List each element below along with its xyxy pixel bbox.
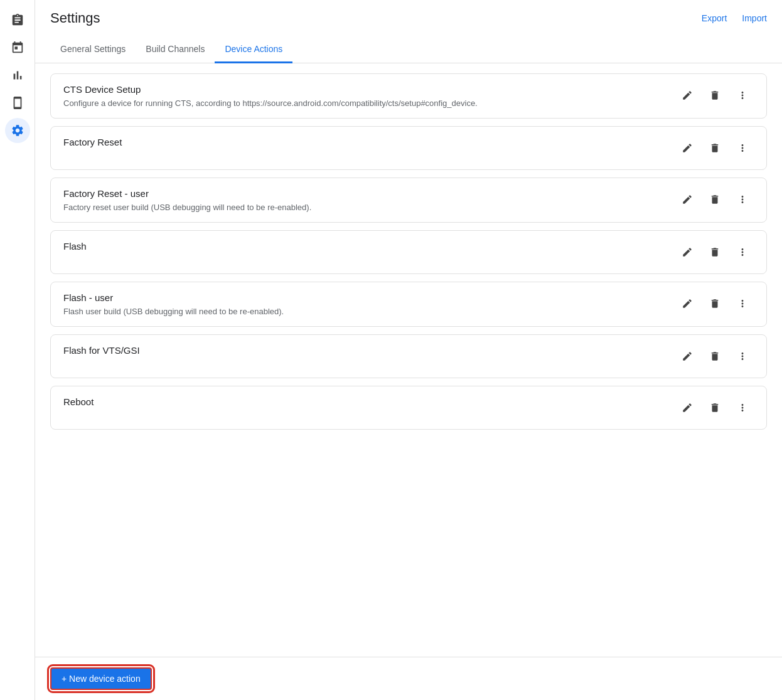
action-card-content: Flash for VTS/GSI (63, 345, 666, 359)
action-buttons (676, 84, 754, 107)
delete-button[interactable] (704, 292, 726, 315)
action-buttons (676, 241, 754, 263)
action-card-reboot: Reboot (50, 386, 767, 430)
action-buttons (676, 345, 754, 368)
delete-button[interactable] (704, 188, 726, 211)
action-title: Flash (63, 241, 666, 252)
more-button[interactable] (731, 241, 754, 263)
sidebar-item-calendar[interactable] (5, 35, 30, 60)
action-title: Reboot (63, 396, 666, 407)
sidebar-item-chart[interactable] (5, 63, 30, 88)
more-button[interactable] (731, 345, 754, 368)
edit-button[interactable] (676, 396, 699, 419)
edit-button[interactable] (676, 188, 699, 211)
action-title: CTS Device Setup (63, 84, 666, 95)
page-header: Settings Export Import (35, 0, 782, 26)
action-card-content: Reboot (63, 396, 666, 411)
edit-button[interactable] (676, 345, 699, 368)
action-card-factory-reset: Factory Reset (50, 126, 767, 170)
tab-general-settings[interactable]: General Settings (50, 36, 136, 63)
tab-build-channels[interactable]: Build Channels (136, 36, 215, 63)
action-description: Flash user build (USB debugging will nee… (63, 307, 666, 316)
delete-button[interactable] (704, 396, 726, 419)
content-area: CTS Device Setup Configure a device for … (35, 63, 782, 657)
import-link[interactable]: Import (742, 13, 767, 23)
action-card-flash-user: Flash - user Flash user build (USB debug… (50, 282, 767, 327)
tab-device-actions[interactable]: Device Actions (215, 36, 292, 63)
action-card-flash: Flash (50, 230, 767, 274)
action-title: Flash for VTS/GSI (63, 345, 666, 356)
action-card-flash-vts-gsi: Flash for VTS/GSI (50, 334, 767, 378)
more-button[interactable] (731, 84, 754, 107)
edit-button[interactable] (676, 84, 699, 107)
action-title: Flash - user (63, 292, 666, 303)
more-button[interactable] (731, 137, 754, 159)
delete-button[interactable] (704, 84, 726, 107)
action-card-cts-device-setup: CTS Device Setup Configure a device for … (50, 73, 767, 119)
sidebar-item-settings[interactable] (5, 118, 30, 143)
action-buttons (676, 396, 754, 419)
delete-button[interactable] (704, 137, 726, 159)
header-actions: Export Import (702, 13, 767, 23)
tabs-bar: General Settings Build Channels Device A… (35, 36, 782, 63)
sidebar (0, 0, 35, 700)
action-card-factory-reset-user: Factory Reset - user Factory reset user … (50, 178, 767, 223)
action-title: Factory Reset - user (63, 188, 666, 199)
action-buttons (676, 137, 754, 159)
more-button[interactable] (731, 292, 754, 315)
page-footer: + New device action (35, 657, 782, 700)
sidebar-item-clipboard[interactable] (5, 8, 30, 33)
action-description: Configure a device for running CTS, acco… (63, 98, 666, 108)
action-buttons (676, 188, 754, 211)
delete-button[interactable] (704, 241, 726, 263)
new-device-action-button[interactable]: + New device action (50, 667, 152, 690)
page-title: Settings (50, 10, 100, 26)
action-description: Factory reset user build (USB debugging … (63, 203, 666, 212)
delete-button[interactable] (704, 345, 726, 368)
edit-button[interactable] (676, 241, 699, 263)
action-card-content: Flash - user Flash user build (USB debug… (63, 292, 666, 316)
action-card-content: Flash (63, 241, 666, 255)
action-card-content: CTS Device Setup Configure a device for … (63, 84, 666, 108)
edit-button[interactable] (676, 292, 699, 315)
edit-button[interactable] (676, 137, 699, 159)
action-title: Factory Reset (63, 137, 666, 147)
sidebar-item-device[interactable] (5, 90, 30, 115)
more-button[interactable] (731, 396, 754, 419)
action-card-content: Factory Reset - user Factory reset user … (63, 188, 666, 212)
action-card-content: Factory Reset (63, 137, 666, 151)
action-buttons (676, 292, 754, 315)
more-button[interactable] (731, 188, 754, 211)
main-content: Settings Export Import General Settings … (35, 0, 782, 700)
export-link[interactable]: Export (702, 13, 727, 23)
